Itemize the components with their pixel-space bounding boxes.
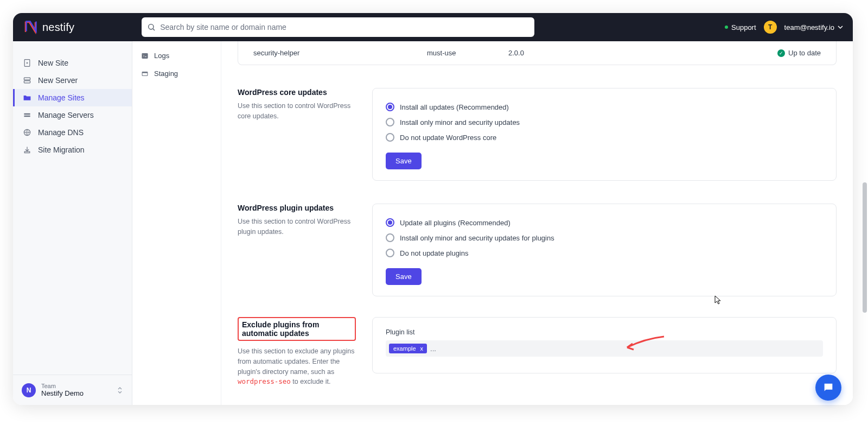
check-circle-icon: ✓ xyxy=(777,49,785,57)
scrollbar-track[interactable] xyxy=(861,41,867,404)
logo-icon xyxy=(23,20,38,35)
tag-text: example xyxy=(393,345,416,352)
nav-item-new-server[interactable]: New Server xyxy=(13,72,132,89)
radio-label: Update all plugins (Recommended) xyxy=(400,219,510,227)
folder-icon xyxy=(23,93,31,102)
svg-point-1 xyxy=(149,24,154,29)
core-updates-panel: Install all updates (Recommended)Install… xyxy=(372,88,837,181)
radio-label: Do not update WordPress core xyxy=(400,134,496,142)
brand-logo[interactable]: nestify xyxy=(23,20,74,35)
subnav-item-staging[interactable]: Staging xyxy=(132,65,221,83)
subnav-item-logs[interactable]: Logs xyxy=(132,47,221,65)
exclude-title: Exclude plugins from automatic updates xyxy=(242,320,352,338)
subnav-label: Staging xyxy=(154,69,178,78)
nav-item-label: Manage Sites xyxy=(38,93,85,102)
exclude-title-highlight: Exclude plugins from automatic updates xyxy=(238,317,356,341)
plugin-status: ✓ Up to date xyxy=(777,49,821,57)
radio-icon xyxy=(386,118,394,126)
nav-item-label: New Site xyxy=(38,59,68,67)
svg-rect-4 xyxy=(24,81,30,83)
plugin-updates-title: WordPress plugin updates xyxy=(238,204,356,212)
radio-icon xyxy=(386,103,394,111)
plugin-updates-panel: Update all plugins (Recommended)Install … xyxy=(372,204,837,296)
nav-item-label: Site Migration xyxy=(38,145,85,154)
svg-rect-8 xyxy=(24,151,30,153)
terminal-icon xyxy=(141,52,149,60)
nav-item-manage-dns[interactable]: Manage DNS xyxy=(13,124,132,141)
exclude-desc-post: to exclude it. xyxy=(291,378,331,385)
globe-icon xyxy=(23,128,31,137)
user-email-text: team@nestify.io xyxy=(784,23,834,31)
staging-icon xyxy=(141,70,149,78)
scrollbar-thumb[interactable] xyxy=(863,182,867,313)
file-plus-icon xyxy=(23,59,31,67)
radio-label: Install only minor and security updates xyxy=(400,118,520,126)
nav-item-manage-sites[interactable]: Manage Sites xyxy=(13,89,132,106)
team-switcher[interactable]: N Team Nestify Demo xyxy=(13,375,132,405)
nav-item-new-site[interactable]: New Site xyxy=(13,54,132,72)
svg-rect-3 xyxy=(24,78,30,80)
core-update-option-2[interactable]: Do not update WordPress core xyxy=(386,130,823,145)
plugin-name: security-helper xyxy=(253,49,427,57)
exclude-panel: Plugin list example x ... xyxy=(372,317,837,373)
core-update-option-0[interactable]: Install all updates (Recommended) xyxy=(386,99,823,115)
core-update-option-1[interactable]: Install only minor and security updates xyxy=(386,115,823,130)
chat-button[interactable] xyxy=(815,375,841,401)
search-input[interactable] xyxy=(160,23,529,31)
svg-rect-5 xyxy=(24,113,30,115)
svg-rect-6 xyxy=(24,116,30,117)
plugin-type: must-use xyxy=(427,49,508,57)
core-save-button[interactable]: Save xyxy=(386,153,422,169)
exclude-desc-pre: Use this section to exclude any plugins … xyxy=(238,347,354,376)
subnav-label: Logs xyxy=(154,52,169,60)
core-updates-title: WordPress core updates xyxy=(238,88,356,97)
radio-icon xyxy=(386,218,394,227)
cursor-icon xyxy=(714,295,722,305)
tag-input-caret: ... xyxy=(430,345,436,353)
support-label: Support xyxy=(731,23,756,31)
nav-item-label: Manage DNS xyxy=(38,128,84,137)
svg-rect-9 xyxy=(142,53,148,59)
brand-name: nestify xyxy=(42,21,74,34)
team-avatar: N xyxy=(22,383,36,397)
user-menu[interactable]: team@nestify.io xyxy=(784,23,843,31)
top-bar: nestify Support T team@nestify.io xyxy=(13,13,853,41)
plugin-update-option-2[interactable]: Do not update plugins xyxy=(386,245,823,261)
search-bar[interactable] xyxy=(142,17,534,37)
plugin-version: 2.0.0 xyxy=(508,49,633,57)
radio-label: Install all updates (Recommended) xyxy=(400,103,509,111)
chat-icon xyxy=(822,382,834,394)
secondary-sidebar: LogsStaging xyxy=(132,41,221,405)
sort-icon xyxy=(117,386,123,395)
search-icon xyxy=(147,23,156,31)
chevron-down-icon xyxy=(838,24,843,30)
plugin-exclude-input[interactable]: example x ... xyxy=(386,340,823,357)
radio-icon xyxy=(386,233,394,242)
servers-icon xyxy=(23,111,31,119)
radio-label: Do not update plugins xyxy=(400,249,468,257)
server-stack-icon xyxy=(23,76,31,85)
svg-rect-11 xyxy=(142,72,148,73)
primary-sidebar: New SiteNew ServerManage SitesManage Ser… xyxy=(13,41,132,405)
exclude-desc-code: wordpress-seo xyxy=(238,377,291,385)
radio-icon xyxy=(386,133,394,142)
plugin-update-option-0[interactable]: Update all plugins (Recommended) xyxy=(386,215,823,230)
tag-remove-icon[interactable]: x xyxy=(419,345,425,352)
nav-item-manage-servers[interactable]: Manage Servers xyxy=(13,106,132,124)
plugin-table-row: security-helper must-use 2.0.0 ✓ Up to d… xyxy=(238,41,837,65)
team-label: Team xyxy=(41,383,84,389)
main-content: security-helper must-use 2.0.0 ✓ Up to d… xyxy=(221,41,853,405)
core-updates-desc: Use this section to control WordPress co… xyxy=(238,101,356,122)
nav-item-site-migration[interactable]: Site Migration xyxy=(13,141,132,159)
plugin-update-option-1[interactable]: Install only minor and security updates … xyxy=(386,230,823,245)
nav-item-label: Manage Servers xyxy=(38,111,94,119)
user-avatar[interactable]: T xyxy=(764,21,777,34)
plugin-updates-desc: Use this section to control WordPress pl… xyxy=(238,217,356,237)
nav-item-label: New Server xyxy=(38,76,78,85)
exclude-tag: example x xyxy=(389,344,427,353)
exclude-desc: Use this section to exclude any plugins … xyxy=(238,346,356,387)
plugin-save-button[interactable]: Save xyxy=(386,268,422,285)
team-name: Nestify Demo xyxy=(41,389,84,397)
support-link[interactable]: Support xyxy=(725,23,756,31)
radio-icon xyxy=(386,249,394,257)
